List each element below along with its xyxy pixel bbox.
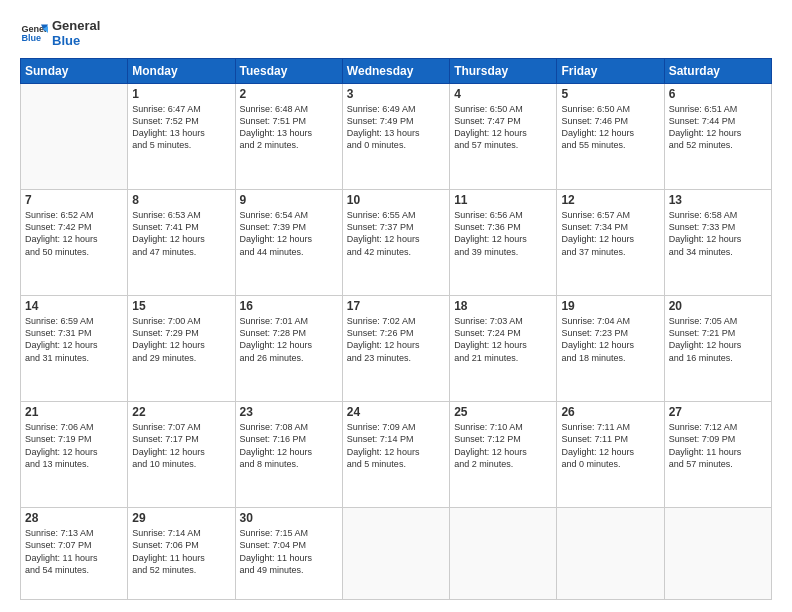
calendar-cell: 21Sunrise: 7:06 AM Sunset: 7:19 PM Dayli…	[21, 402, 128, 508]
weekday-thursday: Thursday	[450, 59, 557, 84]
day-info: Sunrise: 6:54 AM Sunset: 7:39 PM Dayligh…	[240, 209, 338, 258]
calendar-cell	[450, 508, 557, 600]
calendar-cell: 24Sunrise: 7:09 AM Sunset: 7:14 PM Dayli…	[342, 402, 449, 508]
day-info: Sunrise: 7:09 AM Sunset: 7:14 PM Dayligh…	[347, 421, 445, 470]
calendar-cell: 13Sunrise: 6:58 AM Sunset: 7:33 PM Dayli…	[664, 190, 771, 296]
calendar-cell: 26Sunrise: 7:11 AM Sunset: 7:11 PM Dayli…	[557, 402, 664, 508]
calendar-cell: 17Sunrise: 7:02 AM Sunset: 7:26 PM Dayli…	[342, 296, 449, 402]
day-number: 13	[669, 193, 767, 207]
weekday-friday: Friday	[557, 59, 664, 84]
day-number: 19	[561, 299, 659, 313]
calendar-cell: 18Sunrise: 7:03 AM Sunset: 7:24 PM Dayli…	[450, 296, 557, 402]
day-number: 28	[25, 511, 123, 525]
weekday-tuesday: Tuesday	[235, 59, 342, 84]
weekday-monday: Monday	[128, 59, 235, 84]
day-number: 11	[454, 193, 552, 207]
weekday-wednesday: Wednesday	[342, 59, 449, 84]
week-row-1: 1Sunrise: 6:47 AM Sunset: 7:52 PM Daylig…	[21, 84, 772, 190]
day-info: Sunrise: 6:53 AM Sunset: 7:41 PM Dayligh…	[132, 209, 230, 258]
weekday-saturday: Saturday	[664, 59, 771, 84]
day-info: Sunrise: 6:47 AM Sunset: 7:52 PM Dayligh…	[132, 103, 230, 152]
day-info: Sunrise: 6:52 AM Sunset: 7:42 PM Dayligh…	[25, 209, 123, 258]
calendar-cell	[21, 84, 128, 190]
day-info: Sunrise: 6:48 AM Sunset: 7:51 PM Dayligh…	[240, 103, 338, 152]
day-number: 21	[25, 405, 123, 419]
calendar-cell: 12Sunrise: 6:57 AM Sunset: 7:34 PM Dayli…	[557, 190, 664, 296]
calendar-cell: 5Sunrise: 6:50 AM Sunset: 7:46 PM Daylig…	[557, 84, 664, 190]
day-info: Sunrise: 6:51 AM Sunset: 7:44 PM Dayligh…	[669, 103, 767, 152]
page-header: General Blue General Blue	[20, 18, 772, 48]
day-number: 24	[347, 405, 445, 419]
day-info: Sunrise: 7:11 AM Sunset: 7:11 PM Dayligh…	[561, 421, 659, 470]
day-number: 25	[454, 405, 552, 419]
calendar-cell: 10Sunrise: 6:55 AM Sunset: 7:37 PM Dayli…	[342, 190, 449, 296]
day-number: 9	[240, 193, 338, 207]
day-number: 16	[240, 299, 338, 313]
calendar-cell: 11Sunrise: 6:56 AM Sunset: 7:36 PM Dayli…	[450, 190, 557, 296]
day-number: 17	[347, 299, 445, 313]
day-info: Sunrise: 7:14 AM Sunset: 7:06 PM Dayligh…	[132, 527, 230, 576]
day-number: 15	[132, 299, 230, 313]
calendar-cell: 2Sunrise: 6:48 AM Sunset: 7:51 PM Daylig…	[235, 84, 342, 190]
calendar-cell: 25Sunrise: 7:10 AM Sunset: 7:12 PM Dayli…	[450, 402, 557, 508]
day-info: Sunrise: 7:02 AM Sunset: 7:26 PM Dayligh…	[347, 315, 445, 364]
week-row-5: 28Sunrise: 7:13 AM Sunset: 7:07 PM Dayli…	[21, 508, 772, 600]
calendar-cell: 14Sunrise: 6:59 AM Sunset: 7:31 PM Dayli…	[21, 296, 128, 402]
day-number: 18	[454, 299, 552, 313]
calendar-cell: 22Sunrise: 7:07 AM Sunset: 7:17 PM Dayli…	[128, 402, 235, 508]
calendar-cell: 19Sunrise: 7:04 AM Sunset: 7:23 PM Dayli…	[557, 296, 664, 402]
day-number: 30	[240, 511, 338, 525]
day-number: 29	[132, 511, 230, 525]
day-number: 22	[132, 405, 230, 419]
calendar-cell: 23Sunrise: 7:08 AM Sunset: 7:16 PM Dayli…	[235, 402, 342, 508]
logo: General Blue General Blue	[20, 18, 100, 48]
calendar-cell: 15Sunrise: 7:00 AM Sunset: 7:29 PM Dayli…	[128, 296, 235, 402]
calendar-cell	[557, 508, 664, 600]
calendar-cell: 6Sunrise: 6:51 AM Sunset: 7:44 PM Daylig…	[664, 84, 771, 190]
logo-icon: General Blue	[20, 19, 48, 47]
day-info: Sunrise: 7:00 AM Sunset: 7:29 PM Dayligh…	[132, 315, 230, 364]
day-number: 8	[132, 193, 230, 207]
weekday-sunday: Sunday	[21, 59, 128, 84]
calendar-cell: 4Sunrise: 6:50 AM Sunset: 7:47 PM Daylig…	[450, 84, 557, 190]
calendar-cell: 20Sunrise: 7:05 AM Sunset: 7:21 PM Dayli…	[664, 296, 771, 402]
day-number: 7	[25, 193, 123, 207]
day-number: 10	[347, 193, 445, 207]
day-info: Sunrise: 7:01 AM Sunset: 7:28 PM Dayligh…	[240, 315, 338, 364]
calendar-cell: 30Sunrise: 7:15 AM Sunset: 7:04 PM Dayli…	[235, 508, 342, 600]
week-row-2: 7Sunrise: 6:52 AM Sunset: 7:42 PM Daylig…	[21, 190, 772, 296]
day-info: Sunrise: 7:10 AM Sunset: 7:12 PM Dayligh…	[454, 421, 552, 470]
day-number: 2	[240, 87, 338, 101]
day-number: 23	[240, 405, 338, 419]
calendar-cell: 28Sunrise: 7:13 AM Sunset: 7:07 PM Dayli…	[21, 508, 128, 600]
calendar-table: SundayMondayTuesdayWednesdayThursdayFrid…	[20, 58, 772, 600]
calendar-cell: 16Sunrise: 7:01 AM Sunset: 7:28 PM Dayli…	[235, 296, 342, 402]
day-info: Sunrise: 6:56 AM Sunset: 7:36 PM Dayligh…	[454, 209, 552, 258]
day-info: Sunrise: 6:58 AM Sunset: 7:33 PM Dayligh…	[669, 209, 767, 258]
day-info: Sunrise: 7:06 AM Sunset: 7:19 PM Dayligh…	[25, 421, 123, 470]
week-row-4: 21Sunrise: 7:06 AM Sunset: 7:19 PM Dayli…	[21, 402, 772, 508]
day-number: 27	[669, 405, 767, 419]
logo-blue-text: Blue	[52, 33, 100, 48]
day-info: Sunrise: 7:13 AM Sunset: 7:07 PM Dayligh…	[25, 527, 123, 576]
day-info: Sunrise: 6:49 AM Sunset: 7:49 PM Dayligh…	[347, 103, 445, 152]
day-number: 5	[561, 87, 659, 101]
day-info: Sunrise: 6:59 AM Sunset: 7:31 PM Dayligh…	[25, 315, 123, 364]
calendar-cell: 7Sunrise: 6:52 AM Sunset: 7:42 PM Daylig…	[21, 190, 128, 296]
calendar-cell	[342, 508, 449, 600]
svg-text:Blue: Blue	[21, 33, 41, 43]
calendar-cell: 8Sunrise: 6:53 AM Sunset: 7:41 PM Daylig…	[128, 190, 235, 296]
day-number: 26	[561, 405, 659, 419]
day-info: Sunrise: 7:05 AM Sunset: 7:21 PM Dayligh…	[669, 315, 767, 364]
day-info: Sunrise: 7:04 AM Sunset: 7:23 PM Dayligh…	[561, 315, 659, 364]
day-number: 3	[347, 87, 445, 101]
calendar-cell: 29Sunrise: 7:14 AM Sunset: 7:06 PM Dayli…	[128, 508, 235, 600]
day-info: Sunrise: 6:50 AM Sunset: 7:46 PM Dayligh…	[561, 103, 659, 152]
day-info: Sunrise: 6:55 AM Sunset: 7:37 PM Dayligh…	[347, 209, 445, 258]
day-info: Sunrise: 6:50 AM Sunset: 7:47 PM Dayligh…	[454, 103, 552, 152]
day-info: Sunrise: 7:08 AM Sunset: 7:16 PM Dayligh…	[240, 421, 338, 470]
calendar-cell: 27Sunrise: 7:12 AM Sunset: 7:09 PM Dayli…	[664, 402, 771, 508]
calendar-cell	[664, 508, 771, 600]
day-number: 12	[561, 193, 659, 207]
week-row-3: 14Sunrise: 6:59 AM Sunset: 7:31 PM Dayli…	[21, 296, 772, 402]
